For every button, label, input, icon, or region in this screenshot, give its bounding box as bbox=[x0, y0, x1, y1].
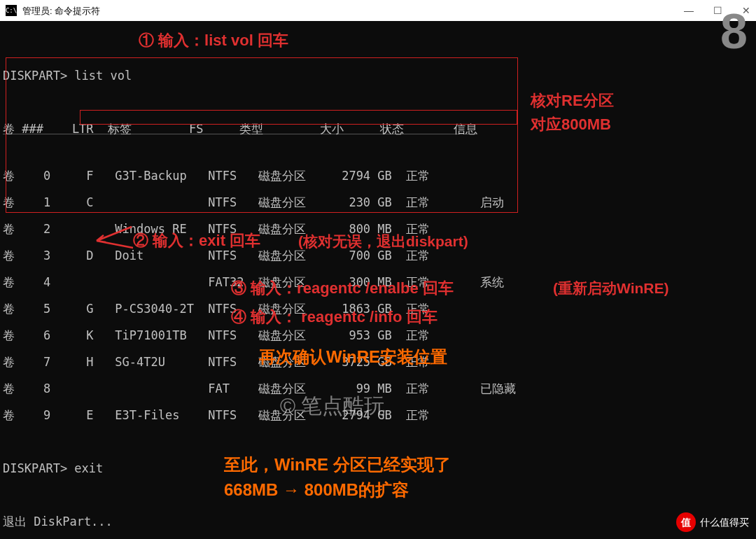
annotation-step2-note: (核对无误，退出diskpart) bbox=[298, 234, 468, 248]
minimize-button[interactable]: — bbox=[684, 4, 694, 18]
volume-row: 卷 3 D Doit NTFS 磁盘分区 700 GB 正常 bbox=[3, 249, 753, 262]
annotation-step2: ② 输入：exit 回车 bbox=[133, 234, 260, 247]
volume-row: 卷 6 K TiP71001TB NTFS 磁盘分区 953 GB 正常 bbox=[3, 329, 753, 342]
cmd-icon: C:\ bbox=[6, 5, 17, 16]
step-number-badge: 8 bbox=[720, 25, 748, 38]
annotation-final-2: 668MB → 800MB的扩容 bbox=[224, 483, 409, 496]
watermark-corner-text: 什么值得买 bbox=[700, 516, 749, 529]
annotation-step4: ④ 输入： reagentc /info 回车 bbox=[231, 310, 438, 323]
watermark-center: © 笔点酷玩 bbox=[280, 399, 385, 412]
annotation-check-re-2: 对应800MB bbox=[531, 118, 611, 131]
exit-message: 退出 DiskPart... bbox=[3, 515, 753, 528]
redbox-volumes bbox=[6, 57, 518, 213]
watermark-badge-icon: 值 bbox=[676, 512, 696, 532]
annotation-final-1: 至此，WinRE 分区已经实现了 bbox=[224, 458, 451, 471]
redbox-winre-row bbox=[80, 110, 517, 125]
window-titlebar: C:\ 管理员: 命令提示符 — ☐ ✕ bbox=[0, 0, 756, 21]
annotation-step1: ① 输入：list vol 回车 bbox=[139, 34, 288, 47]
annotation-step3: ③ 输入：reagentc /enalbe 回车 bbox=[231, 281, 454, 295]
annotation-check-re-1: 核对RE分区 bbox=[531, 94, 614, 107]
annotation-step3-note: (重新启动WinRE) bbox=[553, 281, 668, 295]
diskpart-prompt: DISKPART> bbox=[3, 461, 74, 475]
exit-command: exit bbox=[74, 461, 103, 475]
window-title: 管理员: 命令提示符 bbox=[22, 4, 684, 18]
watermark-corner: 值 什么值得买 bbox=[676, 512, 749, 532]
annotation-confirm-location: 再次确认WinRE安装位置 bbox=[259, 350, 447, 363]
